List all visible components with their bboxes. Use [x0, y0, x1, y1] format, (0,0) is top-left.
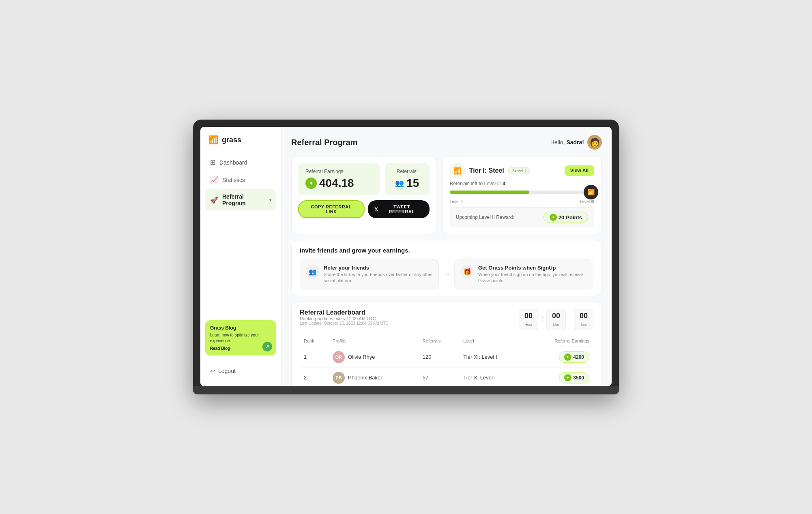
progress-bar: 📶	[450, 191, 594, 194]
page-header: Referral Program Hello, Sadra! 🧑	[291, 135, 602, 150]
logo-text: grass	[222, 136, 241, 144]
blog-title: Grass Blog	[210, 325, 271, 331]
earnings-coin-icon: ✦	[305, 178, 317, 189]
tier-card: 📶 Tier I: Steel Level I View All Referra…	[442, 156, 602, 234]
invite-step-2: 🎁 Get Grass Points when SignUp When your…	[454, 259, 593, 289]
logout-icon: ↩	[210, 368, 215, 374]
col-level: Level	[459, 335, 526, 347]
table-row: 1 OR Olivia Rhye 120 Tier XI: Level I ✦ …	[300, 347, 593, 367]
rank-cell: 1	[300, 347, 329, 367]
earnings-cell: ✦ 3500	[527, 367, 593, 386]
avatar: 🧑	[587, 135, 602, 150]
page-title: Referral Program	[291, 138, 357, 147]
step2-icon: 🎁	[460, 265, 474, 278]
leaderboard-table: Rank Profile Referrals Level Referral Ea…	[300, 335, 593, 386]
col-profile: Profile	[329, 335, 419, 347]
step2-content: Get Grass Points when SignUp When your f…	[478, 265, 587, 284]
progress-container: 📶	[450, 191, 594, 194]
minutes-digits: 00	[551, 312, 561, 320]
blog-arrow-icon[interactable]: ↗	[262, 342, 272, 351]
steps-arrow-icon: →	[443, 270, 450, 278]
earnings-value: ✦ 404.18	[305, 177, 373, 190]
hours-label: Hour	[524, 323, 533, 327]
timer-minutes: 00 Min	[546, 309, 566, 330]
invite-title: Invite friends and grow your earnings.	[300, 247, 593, 254]
profile-cell: OR Olivia Rhye	[329, 347, 419, 367]
logo: 📶 grass	[200, 135, 281, 154]
user-greeting: Hello, Sadra! 🧑	[550, 135, 602, 150]
nav-menu: ⊞ Dashboard 📈 Statistics 🚀 Referral Prog…	[200, 154, 281, 315]
referrals-value: 👥 15	[395, 177, 419, 190]
referrals-cell: 120	[419, 347, 460, 367]
sidebar-item-label: Statistics	[222, 177, 245, 183]
step2-title: Get Grass Points when SignUp	[478, 265, 587, 271]
statistics-icon: 📈	[210, 176, 218, 184]
referrals-box: Referrals: 👥 15	[385, 163, 430, 195]
invite-step-1: 👥 Refer your friends Share the link with…	[300, 259, 439, 289]
sidebar-item-label: Referral Program	[222, 193, 265, 206]
laptop-base	[193, 386, 619, 394]
tier-badge: Level I	[508, 167, 530, 174]
timer-sep-1: ⁚	[541, 316, 544, 323]
earnings-inner: Referral Earnings: ✦ 404.18 Referrals: 👥…	[298, 163, 430, 195]
progress-thumb: 📶	[584, 185, 598, 199]
progress-labels: Level II Level III	[450, 199, 594, 204]
upcoming-coin-icon: ✦	[550, 214, 557, 221]
step1-desc: Share the link with you Friends over twi…	[324, 272, 433, 284]
step2-desc: When your friend sign up on the app, you…	[478, 272, 587, 284]
laptop-frame: 📶 grass ⊞ Dashboard 📈 Statistics 🚀 Refer…	[193, 120, 619, 394]
step1-content: Refer your friends Share the link with y…	[324, 265, 433, 284]
upcoming-value: ✦ 20 Points	[543, 212, 588, 223]
progress-fill	[450, 191, 529, 194]
tier-icon: 📶	[450, 163, 465, 178]
ranking-update-text: Ranking updates every 12:00 AM UTC	[300, 316, 389, 321]
twitter-icon: 𝕏	[374, 207, 378, 212]
sidebar-item-statistics[interactable]: 📈 Statistics	[205, 172, 276, 188]
table-row: 2 PB Phoenix Baker 57 Tier X: Level I ✦ …	[300, 367, 593, 386]
col-referrals: Referrals	[419, 335, 460, 347]
hours-digits: 00	[523, 312, 534, 320]
view-all-button[interactable]: View All	[565, 165, 594, 176]
earnings-badge: ✦ 4200	[559, 351, 589, 363]
logout-label: Logout	[218, 368, 236, 374]
sidebar-item-referral[interactable]: 🚀 Referral Program ▾	[205, 189, 276, 210]
dashboard-icon: ⊞	[210, 158, 215, 166]
timer-sep-2: ⁚	[568, 316, 571, 323]
leaderboard-header: Referral Leaderboard Ranking updates eve…	[300, 309, 593, 330]
tier-header: 📶 Tier I: Steel Level I View All	[450, 163, 594, 178]
last-update-text: Last Update: October 25, 2023 12:04:50 A…	[300, 321, 389, 326]
profile-cell: PB Phoenix Baker	[329, 367, 419, 386]
tier-subtitle: Referrals left to Level II: 3	[450, 181, 594, 186]
col-rank: Rank	[300, 335, 329, 347]
referrals-count: 15	[406, 177, 419, 190]
coin-icon: ✦	[564, 374, 571, 381]
blog-description: Learn how to optimize your experience.	[210, 332, 271, 344]
earnings-label: Referral Earnings:	[305, 169, 373, 174]
leaderboard-section: Referral Leaderboard Ranking updates eve…	[291, 302, 602, 386]
level-cell: Tier X: Level I	[459, 367, 526, 386]
level-iii-label: Level III	[580, 199, 594, 204]
leaderboard-title: Referral Leaderboard	[300, 309, 389, 316]
logout-button[interactable]: ↩ Logout	[200, 364, 281, 378]
sidebar-item-dashboard[interactable]: ⊞ Dashboard	[205, 154, 276, 170]
sidebar: 📶 grass ⊞ Dashboard 📈 Statistics 🚀 Refer…	[200, 127, 281, 386]
referral-icon: 🚀	[210, 196, 218, 204]
seconds-label: Sec	[580, 323, 587, 327]
earnings-amount: 404.18	[319, 177, 354, 190]
col-earnings: Referral Earnings	[527, 335, 593, 347]
timer-hours: 00 Hour	[519, 309, 538, 330]
earnings-card: Referral Earnings: ✦ 404.18 Referrals: 👥…	[291, 156, 436, 234]
tweet-referral-button[interactable]: 𝕏 TWEET REFERRAL	[368, 200, 430, 218]
profile-name: Olivia Rhye	[348, 354, 375, 360]
level-ii-label: Level II	[450, 199, 463, 204]
step1-icon: 👥	[306, 265, 320, 278]
invite-steps: 👥 Refer your friends Share the link with…	[300, 259, 593, 289]
seconds-digits: 00	[578, 312, 589, 320]
timer-display: 00 Hour ⁚ 00 Min ⁚ 00 Sec	[519, 309, 593, 330]
timer-seconds: 00 Sec	[574, 309, 593, 330]
referrals-label: Referrals:	[397, 169, 418, 174]
tier-name: Tier I: Steel	[469, 167, 504, 174]
profile-name: Phoenix Baker	[348, 375, 382, 381]
laptop-screen: 📶 grass ⊞ Dashboard 📈 Statistics 🚀 Refer…	[200, 127, 612, 386]
copy-referral-button[interactable]: COPY REFERRAL LINK	[298, 200, 365, 218]
